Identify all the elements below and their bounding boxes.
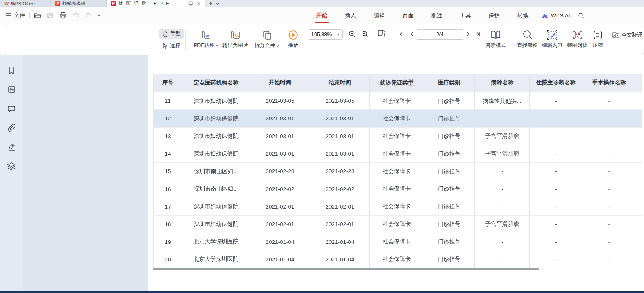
tab-wps-office[interactable]: W WPS Office <box>0 0 51 7</box>
table-cell: - <box>582 180 636 198</box>
export-image-label: 输出为图片 <box>222 42 249 49</box>
compress-icon <box>592 30 604 40</box>
table-cell: 子宫平滑肌瘤 <box>475 216 530 233</box>
file-menu-button[interactable]: 文件 <box>0 12 25 19</box>
full-translate-button[interactable]: A 全文翻译 <box>609 30 644 40</box>
export-image-button[interactable]: 输出为图片 <box>222 30 249 49</box>
compress-label: 压缩 <box>593 42 603 49</box>
next-page-button[interactable] <box>463 29 474 39</box>
tab-label: WPS Office <box>11 1 35 6</box>
table-cell: - <box>530 180 582 198</box>
table-cell: 门诊挂号 <box>424 180 475 198</box>
rotate-pages-button[interactable] <box>376 29 387 39</box>
tab-list-chevron-icon[interactable] <box>216 1 219 7</box>
export-image-icon <box>230 30 241 40</box>
zoom-out-button[interactable] <box>347 29 358 39</box>
table-cell: 16 <box>153 180 182 198</box>
sidebar-bookmark-icon[interactable] <box>6 65 17 76</box>
zoom-in-button[interactable] <box>359 29 370 39</box>
tab-docer-templates[interactable]: 找稻壳模板 <box>51 0 107 7</box>
table-cell-partial <box>636 163 642 180</box>
find-replace-button[interactable]: 查找替换 <box>517 30 538 49</box>
cursor-icon <box>162 43 168 49</box>
sidebar-layers-icon[interactable] <box>6 160 17 172</box>
table-cell: 深圳市南山区妇... <box>182 180 250 198</box>
close-tab-icon[interactable]: ✕ <box>197 1 201 7</box>
tab-edit[interactable]: 编辑 <box>365 7 394 24</box>
tab-comment[interactable]: 批注 <box>422 7 451 24</box>
sidebar-thumbnail-icon[interactable] <box>6 84 17 95</box>
table-cell: 19 <box>153 233 182 251</box>
edit-content-icon <box>547 30 558 40</box>
table-cell: - <box>582 145 636 163</box>
table-cell: 2021-03-01 <box>250 128 310 145</box>
table-cell: 门诊挂号 <box>424 128 475 145</box>
table-cell-partial <box>636 180 642 198</box>
menu-search-icon[interactable] <box>578 12 584 19</box>
menu-bar: 文件 开始 插入 编辑 <box>0 7 644 24</box>
new-tab-button[interactable]: + <box>209 0 212 7</box>
page-indicator-value: 2/4 <box>436 32 443 37</box>
column-header: 就诊凭证类型 <box>370 74 424 92</box>
redo-icon[interactable] <box>85 12 92 18</box>
table-cell: 子宫平滑肌瘤 <box>475 128 530 145</box>
play-button[interactable]: 播放 <box>288 30 299 49</box>
monitor-icon[interactable] <box>188 1 193 6</box>
screenshot-compare-button[interactable]: 截图对比 <box>567 30 588 49</box>
first-page-button[interactable] <box>395 29 406 39</box>
zoom-level-select[interactable]: 105.88% <box>308 29 343 40</box>
table-cell: 深圳市南山区妇... <box>182 163 250 180</box>
table-cell: 2021-03-01 <box>250 110 310 127</box>
read-mode-label: 阅读模式 <box>485 42 506 49</box>
tab-tools[interactable]: 工具 <box>451 7 480 24</box>
split-merge-button[interactable]: 拆分合并 <box>255 30 280 49</box>
tab-insert[interactable]: 插入 <box>336 7 365 24</box>
play-icon <box>288 30 299 40</box>
more-commands-chevron-icon[interactable] <box>97 12 101 18</box>
pdf-convert-button[interactable]: W PDF转换 <box>194 30 219 49</box>
wps-ai-button[interactable]: WPS AI <box>537 12 574 19</box>
table-cell: 社会保障卡 <box>370 92 424 110</box>
workspace: 序号定点医药机构名称开始时间结束时间就诊凭证类型医疗类别病种名称住院主诊断名称手… <box>0 55 644 291</box>
table-cell: 社会保障卡 <box>370 233 424 251</box>
tab-convert[interactable]: 转换 <box>509 7 537 24</box>
tab-home[interactable]: 开始 <box>307 7 336 24</box>
table-cell: - <box>582 128 636 145</box>
table-cell: - <box>475 110 530 127</box>
table-cell: 2021-02-28 <box>250 163 310 180</box>
sidebar-comment-icon[interactable] <box>6 103 17 114</box>
table-cell: 2021-02-28 <box>310 163 370 180</box>
print-icon[interactable] <box>60 12 67 19</box>
pdf-convert-icon: W <box>201 30 212 40</box>
read-mode-button[interactable]: 阅读模式 <box>485 30 506 49</box>
table-row: 19北京大学深圳医院2021-01-042021-01-04社会保障卡门诊挂号-… <box>153 233 642 251</box>
column-header: 医疗类别 <box>424 74 475 92</box>
table-cell: 北京大学深圳医院 <box>182 233 250 251</box>
open-folder-icon[interactable] <box>34 12 41 19</box>
undo-icon[interactable] <box>72 12 79 18</box>
divider <box>29 12 30 19</box>
last-page-button[interactable] <box>473 29 484 39</box>
tab-page[interactable]: 页面 <box>394 7 422 24</box>
page-indicator-input[interactable]: 2/4 <box>416 29 464 40</box>
sidebar-attachment-icon[interactable] <box>6 122 17 134</box>
compress-button[interactable]: 压缩 <box>592 30 604 49</box>
pdf-convert-label: PDF转换 <box>194 42 215 49</box>
save-icon[interactable] <box>47 12 54 19</box>
table-cell: - <box>582 251 636 268</box>
medical-records-table: 序号定点医药机构名称开始时间结束时间就诊凭证类型医疗类别病种名称住院主诊断名称手… <box>153 74 642 268</box>
tab-document-active[interactable]: 就医记录.PDF ✕ <box>107 0 205 7</box>
divider <box>513 30 513 51</box>
docer-logo-icon <box>55 1 60 6</box>
sidebar-signature-icon[interactable] <box>6 141 17 153</box>
select-tool-button[interactable]: 选择 <box>159 41 184 51</box>
edit-content-button[interactable]: 编辑内容 <box>542 30 563 49</box>
hand-tool-button[interactable]: 手型 <box>159 29 184 39</box>
wps-ai-label: WPS AI <box>551 12 570 19</box>
table-cell: 2021-03-01 <box>250 145 310 163</box>
table-cell: 深圳市妇幼保健院 <box>182 92 250 110</box>
table-cell: 门诊挂号 <box>424 145 475 163</box>
tab-protect[interactable]: 保护 <box>480 7 509 24</box>
column-header-partial <box>636 74 642 92</box>
table-cell: 2021-03-05 <box>250 92 310 110</box>
